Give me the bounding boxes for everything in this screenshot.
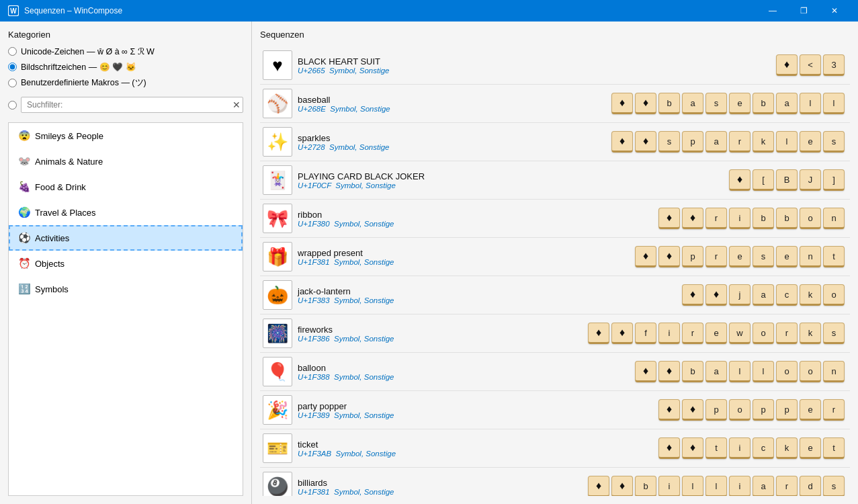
key: i: [658, 476, 680, 496]
key: J: [800, 169, 821, 191]
seq-code: U+1F380 Symbol, Sonstige: [298, 220, 432, 228]
key: a: [776, 93, 798, 114]
seq-name: fireworks: [298, 325, 432, 335]
diamond-icon: ♦: [596, 480, 601, 492]
sidebar-item-travel[interactable]: 🌍Travel & Places: [9, 200, 243, 225]
key: e: [729, 246, 750, 267]
minimize-button[interactable]: —: [757, 0, 788, 22]
diamond-icon: ♦: [619, 97, 625, 109]
key: k: [800, 284, 821, 306]
key: n: [823, 208, 845, 229]
seq-emoji: 🎆: [263, 319, 292, 348]
table-row: 🎉party popperU+1F389 Symbol, Sonstige♦♦p…: [260, 391, 850, 429]
seq-keys: ♦♦ticket: [437, 437, 847, 459]
seq-code: U+1F383 Symbol, Sonstige: [298, 296, 432, 304]
seq-emoji: 🎉: [263, 395, 292, 425]
key: l: [776, 131, 798, 153]
app-icon: W: [8, 5, 19, 16]
diamond-icon: ♦: [643, 135, 648, 147]
diamond-icon: ♦: [643, 250, 648, 262]
sidebar-item-activities[interactable]: ⚽Activities: [9, 225, 243, 251]
sequences-label: Sequenzen: [260, 30, 850, 40]
search-clear-button[interactable]: ✕: [232, 100, 241, 110]
key: e: [729, 93, 750, 114]
key: l: [823, 93, 845, 114]
cat-icon-travel: 🌍: [18, 206, 31, 218]
diamond-icon: ♦: [667, 442, 672, 454]
diamond-icon: ♦: [667, 365, 672, 377]
sidebar-item-animals[interactable]: 🐭Animals & Nature: [9, 149, 243, 174]
key: ♦: [658, 208, 680, 229]
sidebar-item-symbols[interactable]: 🔢Symbols: [9, 276, 243, 302]
key: i: [729, 437, 750, 459]
left-panel: Kategorien Unicode-Zeichen — ŵ Ø à ∞ Σ ℛ…: [0, 22, 252, 504]
key: b: [776, 208, 798, 229]
key: a: [682, 93, 703, 114]
key: ♦: [658, 437, 680, 459]
cat-label-travel: Travel & Places: [35, 208, 96, 218]
key: r: [705, 246, 727, 267]
search-input[interactable]: [21, 97, 243, 113]
key: i: [729, 476, 750, 496]
key: B: [776, 169, 798, 191]
key: e: [705, 323, 727, 344]
key: i: [729, 208, 750, 229]
seq-emoji: 🎫: [263, 433, 292, 463]
key: a: [753, 284, 774, 306]
seq-name: baseball: [298, 95, 432, 105]
key: t: [823, 437, 845, 459]
maximize-button[interactable]: ❐: [788, 0, 819, 22]
key: l: [753, 361, 774, 382]
cat-label-objects: Objects: [35, 259, 65, 269]
key: i: [658, 323, 680, 344]
seq-info: baseballU+268E Symbol, Sonstige: [298, 95, 432, 113]
key: b: [635, 476, 656, 496]
key: j: [729, 284, 750, 306]
seq-name: sparkles: [298, 133, 432, 143]
cat-label-symbols: Symbols: [35, 284, 69, 294]
close-button[interactable]: ✕: [819, 0, 850, 22]
seq-emoji: 🎱: [263, 472, 292, 496]
radio-macros[interactable]: Benutzerdefinierte Makros — (ツ): [8, 77, 243, 89]
diamond-icon: ♦: [643, 97, 648, 109]
seq-emoji: ✨: [263, 127, 292, 157]
seq-keys: ♦♦jacko: [437, 284, 847, 306]
key: ♦: [682, 284, 703, 306]
key: o: [753, 323, 774, 344]
key: s: [823, 131, 845, 153]
seq-name: jack-o-lantern: [298, 286, 432, 296]
radio-unicode[interactable]: Unicode-Zeichen — ŵ Ø à ∞ Σ ℛ W: [8, 46, 243, 56]
table-row: 🃏PLAYING CARD BLACK JOKERU+1F0CF Symbol,…: [260, 161, 850, 200]
seq-code: U+2728 Symbol, Sonstige: [298, 143, 432, 151]
sidebar-item-food[interactable]: 🍇Food & Drink: [9, 174, 243, 200]
seq-keys: ♦♦fireworks: [437, 323, 847, 344]
key: s: [753, 246, 774, 267]
sequences-container[interactable]: ♥BLACK HEART SUITU+2665 Symbol, Sonstige…: [260, 46, 850, 496]
main-layout: Kategorien Unicode-Zeichen — ŵ Ø à ∞ Σ ℛ…: [0, 22, 858, 504]
diamond-icon: ♦: [690, 288, 695, 300]
diamond-icon: ♦: [667, 250, 672, 262]
key: s: [823, 323, 845, 344]
diamond-icon: ♦: [596, 327, 601, 339]
window-controls: — ❐ ✕: [757, 0, 850, 22]
radio-emoji[interactable]: Bildschriftzeichen — 😊 🖤 🐱: [8, 62, 243, 72]
seq-name: party popper: [298, 401, 432, 411]
cat-icon-activities: ⚽: [18, 232, 31, 244]
seq-info: party popperU+1F389 Symbol, Sonstige: [298, 401, 432, 419]
seq-keys: ♦♦baseball: [437, 93, 847, 114]
window-title: Sequenzen – WinCompose: [24, 6, 757, 15]
seq-code: U+1F381 Symbol, Sonstige: [298, 488, 432, 496]
key: b: [658, 93, 680, 114]
sidebar-item-objects[interactable]: ⏰Objects: [9, 251, 243, 276]
key: ♦: [776, 54, 798, 76]
sidebar-item-smileys[interactable]: 😨Smileys & People: [9, 123, 243, 149]
key: [: [753, 169, 774, 191]
diamond-icon: ♦: [667, 212, 672, 224]
key: l: [729, 361, 750, 382]
search-radio[interactable]: [8, 101, 17, 110]
seq-keys: ♦♦present: [437, 246, 847, 267]
key: p: [753, 399, 774, 421]
key: k: [800, 323, 821, 344]
table-row: 🎆fireworksU+1F386 Symbol, Sonstige♦♦fire…: [260, 314, 850, 353]
table-row: ♥BLACK HEART SUITU+2665 Symbol, Sonstige…: [260, 46, 850, 85]
